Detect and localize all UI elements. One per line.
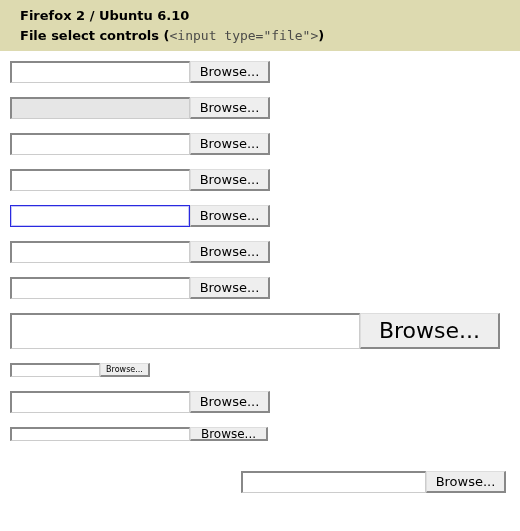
file-row-normal: Browse... <box>10 133 510 155</box>
file-input[interactable] <box>10 313 360 349</box>
file-row-short: Browse... <box>10 427 510 441</box>
file-input <box>10 97 190 119</box>
file-input[interactable] <box>241 471 426 493</box>
file-row-focused: Browse... <box>10 205 510 227</box>
browse-button: Browse... <box>190 97 270 119</box>
browse-button[interactable]: Browse... <box>190 277 270 299</box>
file-row-right-aligned: Browse... <box>10 471 510 493</box>
browse-button[interactable]: Browse... <box>190 205 270 227</box>
page-title: Firefox 2 / Ubuntu 6.10 <box>20 6 508 26</box>
file-row-large: Browse... <box>10 313 510 349</box>
file-row-small: Browse... <box>10 363 510 377</box>
file-row-normal: Browse... <box>10 241 510 263</box>
file-input[interactable] <box>10 363 100 377</box>
browse-button[interactable]: Browse... <box>360 313 500 349</box>
browse-button[interactable]: Browse... <box>190 133 270 155</box>
file-row-normal: Browse... <box>10 391 510 413</box>
file-input[interactable] <box>10 391 190 413</box>
subtitle-suffix: ) <box>318 28 324 43</box>
file-input[interactable] <box>10 169 190 191</box>
file-input[interactable] <box>10 205 190 227</box>
file-input[interactable] <box>10 133 190 155</box>
subtitle-code: <input type="file"> <box>170 28 319 43</box>
file-row-normal: Browse... <box>10 61 510 83</box>
file-input[interactable] <box>10 277 190 299</box>
subtitle-prefix: File select controls ( <box>20 28 170 43</box>
file-row-normal: Browse... <box>10 277 510 299</box>
page-subtitle: File select controls (<input type="file"… <box>20 26 508 46</box>
file-input[interactable] <box>10 427 190 441</box>
browse-button[interactable]: Browse... <box>190 241 270 263</box>
browse-button[interactable]: Browse... <box>100 363 150 377</box>
file-row-normal: Browse... <box>10 169 510 191</box>
page-header: Firefox 2 / Ubuntu 6.10 File select cont… <box>0 0 520 51</box>
file-input[interactable] <box>10 241 190 263</box>
browse-button[interactable]: Browse... <box>190 169 270 191</box>
file-input[interactable] <box>10 61 190 83</box>
content-area: Browse... Browse... Browse... Browse... … <box>0 51 520 503</box>
browse-button[interactable]: Browse... <box>190 427 268 441</box>
file-row-disabled: Browse... <box>10 97 510 119</box>
browse-button[interactable]: Browse... <box>426 471 506 493</box>
browse-button[interactable]: Browse... <box>190 391 270 413</box>
browse-button[interactable]: Browse... <box>190 61 270 83</box>
